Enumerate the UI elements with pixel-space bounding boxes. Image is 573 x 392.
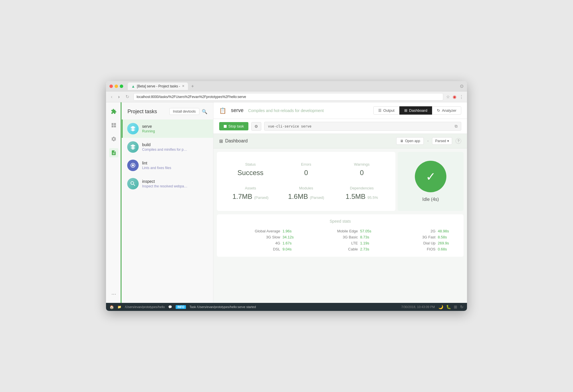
task-desc-inspect: Inspect the resolved webpa… (142, 184, 209, 188)
external-link-icon[interactable]: ⧉ (455, 124, 458, 129)
speed-value-fios: 0.68s (438, 247, 452, 251)
bug-icon[interactable]: 🐛 (446, 305, 451, 309)
settings-button[interactable]: ⚙ (251, 122, 261, 131)
tab-dashboard[interactable]: ⊞ Dashboard (399, 106, 432, 115)
tab-close-icon[interactable]: ✕ (182, 84, 185, 88)
extension-icon[interactable]: ◉ (453, 94, 456, 99)
speed-row-3g-fast: 3G Fast 8.58s (379, 234, 457, 240)
new-tab-button[interactable]: + (191, 84, 194, 89)
stats-grid: Status Success Errors 0 Warnings 0 (223, 158, 390, 205)
speed-label-fios: FIOS (427, 247, 435, 251)
speed-label-cable: Cable (348, 247, 358, 251)
stop-task-button[interactable]: Stop task (219, 122, 248, 130)
status-circle-card: ✓ Idle (4s) (398, 152, 464, 211)
task-name-lint: lint (142, 161, 209, 165)
refresh-icon[interactable]: ↻ (460, 305, 464, 309)
bookmark-icon[interactable]: ☆ (446, 94, 450, 99)
action-bar: Stop task ⚙ vue-cli-service serve ⧉ (213, 119, 467, 134)
home-status-icon[interactable]: 🏠 (109, 305, 114, 309)
install-devtools-button[interactable]: Install devtools (169, 108, 199, 115)
url-bar[interactable]: localhost:8000/tasks/%2FUsers%2Fevan%2Fp… (134, 93, 443, 101)
speed-row-cable: Cable 2.73s (301, 246, 379, 252)
speed-row-mobile-edge: Mobile Edge 57.05s (301, 228, 379, 234)
speed-label-4g: 4G (275, 241, 280, 245)
speed-row-global: Global Average 1.96s (224, 228, 301, 234)
open-app-button[interactable]: 🖥 Open app (396, 137, 424, 145)
window-icon[interactable]: ⊞ (454, 305, 457, 309)
sidebar-more-icon[interactable]: ··· (109, 289, 118, 298)
dashboard-content: ⊞ Dashboard 🖥 Open app • Parsed ▾ (213, 134, 467, 303)
task-item-lint[interactable]: lint Lints and fixes files (122, 156, 213, 175)
url-text: localhost:8000/tasks/%2FUsers%2Fevan%2Fp… (137, 95, 246, 99)
task-icon-build (127, 141, 139, 153)
tab-title: [Beta] serve - Project tasks - (137, 84, 180, 88)
svg-point-1 (132, 164, 134, 166)
speed-grid: Global Average 1.96s 3G Slow 34.12s 4G 1… (224, 228, 457, 252)
task-desc-lint: Lints and fixes files (142, 166, 209, 170)
sidebar: ··· (106, 102, 122, 303)
status-timestamp: 7/30/2018, 10:43:09 PM (401, 305, 435, 309)
parsed-select[interactable]: Parsed ▾ (432, 137, 452, 145)
browser-tab[interactable]: ▲ [Beta] serve - Project tasks - ✕ (128, 83, 188, 90)
folder-icon: 📁 (117, 305, 121, 309)
tab-output[interactable]: ☰ Output (373, 106, 399, 115)
sidebar-item-plugins[interactable] (109, 107, 118, 116)
speed-value-lte: 1.19s (360, 241, 374, 245)
command-text: vue-cli-service serve (268, 124, 311, 128)
help-icon[interactable]: ? (456, 138, 461, 144)
dot-separator: • (427, 139, 429, 143)
forward-button[interactable]: › (117, 94, 121, 100)
idle-text: Idle (4s) (422, 197, 439, 202)
dashboard-actions: 🖥 Open app • Parsed ▾ ? (396, 137, 461, 145)
task-item-inspect[interactable]: inspect Inspect the resolved webpa… (122, 175, 213, 193)
monitor-icon: 🖥 (400, 139, 403, 143)
moon-icon[interactable]: 🌙 (438, 305, 443, 309)
stat-status-label: Status (225, 162, 276, 166)
sidebar-item-dependencies[interactable] (109, 121, 118, 130)
speed-value-3g-fast: 8.58s (438, 235, 452, 239)
dashboard-icon: ⊞ (404, 108, 407, 113)
speed-value-dsl: 9.04s (282, 247, 297, 251)
close-button[interactable] (109, 85, 113, 88)
speed-value-3g-basic: 8.73s (360, 235, 374, 239)
speed-row-dsl: DSL 9.04s (224, 246, 301, 252)
speed-label-dialup: Dial Up (423, 241, 435, 245)
stats-section: Status Success Errors 0 Warnings 0 (213, 148, 467, 214)
stat-dependencies-label: Dependencies (336, 186, 387, 190)
header-actions: Install devtools 🔍 (169, 108, 207, 115)
browser-window: ▲ [Beta] serve - Project tasks - ✕ + ⊙ ‹… (106, 81, 467, 311)
menu-icon[interactable]: ⋮ (459, 94, 464, 99)
vue-icon: ▲ (131, 84, 135, 89)
task-header-title: serve (231, 107, 244, 113)
task-name-serve: serve (142, 124, 209, 129)
speed-value-2g: 48.98s (438, 229, 452, 233)
task-icon-inspect (127, 178, 139, 189)
back-button[interactable]: ‹ (109, 94, 114, 100)
stat-modules-label: Modules (280, 186, 331, 190)
sidebar-item-tasks[interactable] (109, 148, 118, 157)
task-info-lint: lint Lints and fixes files (142, 161, 209, 170)
speed-row-4g: 4G 1.67s (224, 240, 301, 246)
task-desc-build: Compiles and minifies for p… (142, 148, 209, 152)
status-bar: 🏠 📁 /Users/evan/prototypes/hello 💬 INFO … (106, 303, 467, 311)
tasks-title: Project tasks (127, 109, 157, 115)
stat-warnings-value: 0 (336, 169, 387, 177)
maximize-button[interactable] (120, 85, 123, 88)
content-panel: 📋 serve Compiles and hot-reloads for dev… (213, 102, 467, 303)
speed-label-mobile-edge: Mobile Edge (337, 229, 358, 233)
sidebar-item-config[interactable] (109, 134, 118, 144)
speed-label-lte: LTE (351, 241, 358, 245)
task-item-build[interactable]: build Compiles and minifies for p… (122, 138, 213, 156)
stat-errors-value: 0 (280, 169, 331, 177)
search-icon[interactable]: 🔍 (202, 109, 207, 114)
reload-button[interactable]: ↻ (124, 93, 131, 100)
chevron-down-icon: ▾ (447, 139, 449, 143)
task-item-serve[interactable]: serve Running (122, 119, 213, 138)
task-name-build: build (142, 142, 209, 147)
tab-analyzer[interactable]: ↻ Analyzer (432, 106, 461, 115)
stats-card: Status Success Errors 0 Warnings 0 (217, 152, 395, 211)
minimize-button[interactable] (115, 85, 118, 88)
task-info-inspect: inspect Inspect the resolved webpa… (142, 179, 209, 188)
speed-col-1: Global Average 1.96s 3G Slow 34.12s 4G 1… (224, 228, 301, 252)
speed-value-cable: 2.73s (360, 247, 374, 251)
